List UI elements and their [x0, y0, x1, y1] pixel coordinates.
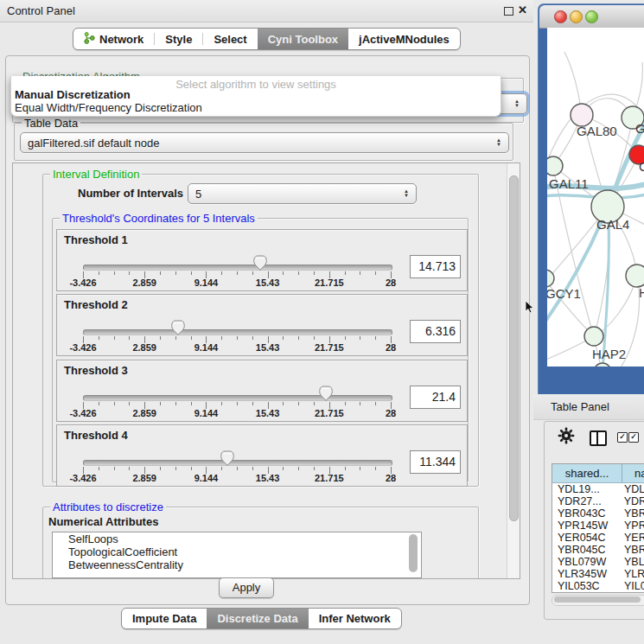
column-header-name[interactable]: na [622, 464, 644, 482]
close-icon[interactable]: ✕ [518, 3, 527, 16]
network-node[interactable] [594, 363, 611, 367]
network-node[interactable] [584, 327, 603, 346]
combo-arrows-icon: ▲▼ [404, 189, 409, 198]
table-row[interactable]: YBR043CYBR0 [552, 507, 644, 520]
vertical-scrollbar-thumb[interactable] [509, 175, 519, 521]
threshold-value-field[interactable]: 21.4 [410, 386, 461, 409]
tab-jactivemnodules[interactable]: jActiveMNodules [348, 29, 460, 49]
tick-label: 2.859 [132, 277, 156, 288]
tab-infer-network[interactable]: Infer Network [309, 609, 401, 628]
cyni-mode-tab-bar: Impute Data Discretize Data Infer Networ… [121, 608, 402, 629]
tick-mark [298, 402, 299, 405]
tick-mark [345, 402, 346, 405]
table-panel-title: Table Panel [551, 400, 609, 413]
minimize-traffic-light[interactable] [570, 10, 583, 23]
network-canvas[interactable]: GAL80GACGAL11GAL4GCY1HHAP2 [547, 28, 644, 367]
table-row[interactable]: YDR27...YDR2 [552, 495, 644, 507]
threshold-label: Threshold 4 [64, 429, 128, 442]
threshold-value-field[interactable]: 6.316 [410, 320, 461, 343]
tick-mark [191, 402, 192, 405]
table-row[interactable]: YBR045CYBR0 [552, 544, 644, 556]
cell-shared-name: YDL19... [552, 483, 622, 495]
tick-mark [360, 402, 360, 405]
slider-track[interactable] [83, 265, 392, 271]
tick-mark [175, 336, 176, 340]
apply-button[interactable]: Apply [219, 577, 274, 598]
cell-shared-name: YER054C [552, 532, 622, 544]
tick-mark [252, 336, 253, 340]
popup-option-equal-width[interactable]: Equal Width/Frequency Discretization [15, 101, 202, 114]
node-attribute-table[interactable]: shared... na YDL19...YDL1YDR27...YDR2YBR… [552, 463, 644, 593]
tick-label: -3.426 [69, 277, 96, 288]
network-node-label: GAL11 [549, 176, 589, 191]
network-node[interactable] [547, 156, 563, 175]
tab-select[interactable]: Select [203, 29, 257, 49]
tick-mark [160, 402, 161, 405]
float-window-icon[interactable] [504, 7, 513, 16]
tick-mark [314, 467, 315, 470]
tick-mark [221, 467, 222, 470]
attributes-group: Attributes to discretize Numerical Attri… [42, 507, 479, 579]
tick-mark [129, 402, 130, 405]
tick-mark [191, 467, 192, 470]
list-item[interactable]: SelfLoops [53, 532, 421, 545]
control-panel-titlebar: Control Panel ✕ [0, 0, 533, 22]
tick-mark [99, 271, 99, 275]
split-columns-icon[interactable] [590, 430, 607, 446]
threshold-value-field[interactable]: 14.713 [410, 255, 461, 278]
table-data-combobox[interactable]: galFiltered.sif default node ▲▼ [20, 132, 509, 153]
network-node-label: GAL80 [577, 124, 617, 138]
tick-mark [160, 467, 161, 470]
cell-name: YIL0 [622, 580, 644, 592]
tick-label: 9.144 [194, 473, 219, 483]
network-node[interactable] [626, 265, 644, 287]
threshold-value-field[interactable]: 11.344 [410, 450, 461, 474]
table-row[interactable]: YBL079WYBL0 [552, 556, 644, 568]
tab-impute-data[interactable]: Impute Data [122, 609, 207, 628]
slider-thumb[interactable] [253, 255, 267, 271]
table-row[interactable]: YDL19...YDL1 [552, 483, 644, 495]
settings-scroll-viewport: Interval Definition Number of Intervals … [12, 163, 520, 579]
tick-mark [375, 402, 376, 405]
tab-network[interactable]: Network [73, 29, 154, 49]
list-item[interactable]: BetweennessCentrality [53, 558, 421, 571]
table-row[interactable]: YLR345WYLR3 [552, 568, 644, 580]
table-panel: ✓ ✓ shared... na YDL19...YDL1YDR27...YDR… [544, 421, 644, 620]
horizontal-scrollbar-track[interactable] [552, 595, 644, 606]
tick-mark [345, 271, 346, 275]
table-row[interactable]: YER054CYER0 [552, 532, 644, 544]
interval-definition-group: Interval Definition Number of Intervals … [42, 174, 479, 487]
tick-label: -3.426 [69, 408, 96, 418]
popup-option-manual[interactable]: Manual Discretization [15, 88, 131, 101]
column-header-shared-name[interactable]: shared... [552, 464, 622, 482]
tick-mark [360, 467, 360, 470]
zoom-traffic-light[interactable] [585, 10, 598, 23]
number-of-intervals-combobox[interactable]: 5 ▲▼ [188, 183, 417, 204]
tab-style[interactable]: Style [155, 29, 202, 49]
tick-mark [237, 467, 238, 470]
slider-thumb[interactable] [220, 450, 234, 466]
gear-icon[interactable] [558, 427, 575, 447]
vertical-scrollbar-track[interactable] [507, 163, 520, 578]
numerical-attributes-list[interactable]: SelfLoopsTopologicalCoefficientBetweenne… [52, 532, 422, 578]
slider-track[interactable] [83, 460, 392, 466]
checkbox-icon[interactable]: ✓ [617, 432, 628, 443]
table-data-label: Table Data [22, 117, 80, 130]
table-row[interactable]: YIL053CYIL0 [552, 580, 644, 592]
slider-track[interactable] [83, 329, 392, 335]
tab-discretize-data[interactable]: Discretize Data [207, 609, 308, 628]
table-header-row: shared... na [552, 464, 644, 483]
network-view-window: GAL80GACGAL11GAL4GCY1HHAP2 [538, 3, 644, 394]
list-scrollbar-thumb[interactable] [409, 534, 418, 572]
combo-arrows-icon: ▲▼ [514, 99, 520, 108]
list-item[interactable]: TopologicalCoefficient [53, 545, 421, 558]
horizontal-scrollbar-thumb[interactable] [554, 596, 641, 603]
slider-thumb[interactable] [319, 386, 333, 401]
close-traffic-light[interactable] [554, 10, 567, 23]
cell-shared-name: YLR345W [552, 568, 622, 580]
table-row[interactable]: YPR145WYPR1 [552, 520, 644, 532]
checkbox-icon[interactable]: ✓ [628, 432, 639, 443]
tab-cyni-toolbox[interactable]: Cyni Toolbox [258, 29, 348, 49]
slider-track[interactable] [83, 395, 392, 401]
slider-thumb[interactable] [171, 320, 185, 335]
